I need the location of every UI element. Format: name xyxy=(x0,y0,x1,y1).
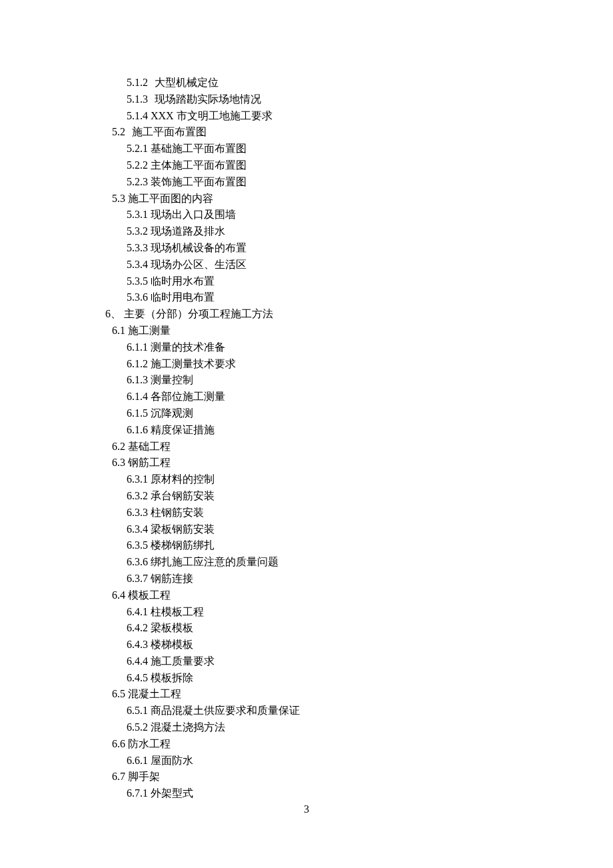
toc-item-number: 6.7.1 xyxy=(127,787,148,799)
toc-item-text: 楼梯钢筋绑扎 xyxy=(151,539,215,551)
toc-item-text: 沉降观测 xyxy=(151,407,193,419)
toc-item-text: 柱模板工程 xyxy=(151,606,204,617)
toc-item-text: 主体施工平面布置图 xyxy=(151,159,247,171)
toc-item-number: 5.2.1 xyxy=(127,143,148,154)
toc-item: 6.4.4施工质量要求 xyxy=(0,653,613,670)
toc-item: 6.1施工测量 xyxy=(0,323,613,339)
toc-item-text: 柱钢筋安装 xyxy=(151,507,204,518)
toc-item: 6.5.1商品混凝土供应要求和质量保证 xyxy=(0,703,613,719)
toc-item: 6.3.6绑扎施工应注意的质量问题 xyxy=(0,554,613,571)
toc-item-number: 6.3.5 xyxy=(127,539,148,551)
toc-item-number: 6、 xyxy=(105,308,121,319)
toc-item-number: 5.3.3 xyxy=(127,242,148,253)
toc-item: 6.3.3柱钢筋安装 xyxy=(0,505,613,521)
toc-item-text: 基础工程 xyxy=(128,441,171,452)
toc-item: 5.3.1现场出入口及围墙 xyxy=(0,207,613,223)
toc-item-text: 钢筋工程 xyxy=(128,457,171,468)
toc-item-number: 5.3 xyxy=(112,193,125,204)
toc-item-text: 施工质量要求 xyxy=(151,655,215,667)
toc-item: 6.3.7钢筋连接 xyxy=(0,571,613,587)
toc-item-text: 现场机械设备的布置 xyxy=(151,242,247,253)
toc-item-text: 主要（分部）分项工程施工方法 xyxy=(124,308,273,319)
toc-item: 6.2基础工程 xyxy=(0,439,613,455)
toc-item-number: 6.3.4 xyxy=(127,523,148,535)
toc-item: 6.1.3测量控制 xyxy=(0,372,613,389)
toc-item-number: 6.4.3 xyxy=(127,639,148,650)
toc-item-number: 6.1.6 xyxy=(127,424,148,435)
toc-item-number: 6.3.3 xyxy=(127,507,148,518)
toc-item: 6.4.2梁板模板 xyxy=(0,620,613,637)
toc-item: 6.4模板工程 xyxy=(0,587,613,604)
toc-item-text: 大型机械定位 xyxy=(155,77,219,88)
toc-item: 5.2.2主体施工平面布置图 xyxy=(0,157,613,174)
toc-item-text: 基础施工平面布置图 xyxy=(151,143,247,154)
toc-item: 6.3.4梁板钢筋安装 xyxy=(0,521,613,538)
toc-item-number: 5.3.4 xyxy=(127,259,148,270)
toc-item-number: 6.1.2 xyxy=(127,358,148,369)
toc-item: 5.1.2大型机械定位 xyxy=(0,75,613,91)
toc-item: 6.1.2施工测量技术要求 xyxy=(0,356,613,373)
toc-item: 6.7.1外架型式 xyxy=(0,785,613,802)
toc-item: 5.3.6临时用电布置 xyxy=(0,289,613,306)
toc-item-number: 5.2 xyxy=(112,126,125,137)
toc-item: 6.3.2承台钢筋安装 xyxy=(0,488,613,505)
toc-item-text: 现场踏勘实际场地情况 xyxy=(155,93,261,105)
toc-item-text: 梁板模板 xyxy=(151,622,193,633)
toc-item-text: 脚手架 xyxy=(128,771,160,782)
toc-item-number: 6.5.2 xyxy=(127,721,148,733)
toc-item: 5.3施工平面图的内容 xyxy=(0,191,613,207)
toc-item: 5.3.5临时用水布置 xyxy=(0,273,613,290)
toc-item-text: 临时用电布置 xyxy=(151,291,215,303)
toc-item-number: 6.1.1 xyxy=(127,341,148,353)
toc-item-number: 5.3.1 xyxy=(127,209,148,220)
toc-item-text: 各部位施工测量 xyxy=(151,391,225,402)
toc-item-text: 混凝土浇捣方法 xyxy=(151,721,225,733)
toc-item: 5.3.3现场机械设备的布置 xyxy=(0,240,613,257)
toc-item: 5.2施工平面布置图 xyxy=(0,124,613,141)
toc-item: 6.1.4各部位施工测量 xyxy=(0,389,613,405)
toc-item: 5.1.3现场踏勘实际场地情况 xyxy=(0,91,613,108)
toc-item-text: 外架型式 xyxy=(151,787,193,799)
toc-item-text: 施工平面布置图 xyxy=(132,126,207,137)
toc-item: 6.3.5楼梯钢筋绑扎 xyxy=(0,537,613,554)
toc-item: 5.3.4现场办公区、生活区 xyxy=(0,257,613,273)
toc-item: 5.2.1基础施工平面布置图 xyxy=(0,141,613,157)
toc-item: 5.2.3装饰施工平面布置图 xyxy=(0,174,613,191)
toc-item-number: 6.4.1 xyxy=(127,606,148,617)
toc-item: 6.4.3楼梯模板 xyxy=(0,637,613,653)
toc-item-number: 6.1.5 xyxy=(127,407,148,419)
toc-item: 6.4.5模板拆除 xyxy=(0,670,613,687)
toc-item-number: 6.3.2 xyxy=(127,490,148,501)
toc-item-text: 绑扎施工应注意的质量问题 xyxy=(151,556,279,567)
toc-item-number: 6.1.4 xyxy=(127,391,148,402)
toc-item-number: 5.3.6 xyxy=(127,291,148,303)
toc-item-number: 6.4.2 xyxy=(127,622,148,633)
toc-item-text: 临时用水布置 xyxy=(151,275,215,287)
toc-item-text: 精度保证措施 xyxy=(151,424,215,435)
toc-item-text: 楼梯模板 xyxy=(151,639,193,650)
toc-item-text: 测量的技术准备 xyxy=(151,341,225,353)
toc-item-number: 6.1 xyxy=(112,325,125,336)
toc-item: 6.6.1屋面防水 xyxy=(0,753,613,769)
toc-item: 6.7脚手架 xyxy=(0,769,613,785)
toc-item-text: 施工测量技术要求 xyxy=(151,358,236,369)
toc-item-text: 模板拆除 xyxy=(151,672,193,683)
toc-item-text: 现场道路及排水 xyxy=(151,225,225,237)
toc-item-number: 6.3 xyxy=(112,457,125,468)
toc-item-number: 6.3.6 xyxy=(127,556,148,567)
toc-item: 5.3.2现场道路及排水 xyxy=(0,223,613,240)
toc-item: 6.4.1柱模板工程 xyxy=(0,604,613,621)
page-number: 3 xyxy=(0,801,613,818)
toc-item-number: 5.3.5 xyxy=(127,275,148,287)
toc-item-number: 6.7 xyxy=(112,771,125,782)
toc-item-number: 6.3.7 xyxy=(127,573,148,584)
toc-item-text: 承台钢筋安装 xyxy=(151,490,215,501)
toc-item: 6.5混凝土工程 xyxy=(0,686,613,703)
toc-item: 6.5.2混凝土浇捣方法 xyxy=(0,719,613,736)
toc-item-text: 现场出入口及围墙 xyxy=(151,209,236,220)
toc-item-text: 装饰施工平面布置图 xyxy=(151,176,247,187)
toc-item-text: 现场办公区、生活区 xyxy=(151,259,247,270)
toc-item-number: 6.6.1 xyxy=(127,755,148,766)
toc-item: 6.1.1测量的技术准备 xyxy=(0,339,613,356)
toc-item-text: 钢筋连接 xyxy=(151,573,193,584)
